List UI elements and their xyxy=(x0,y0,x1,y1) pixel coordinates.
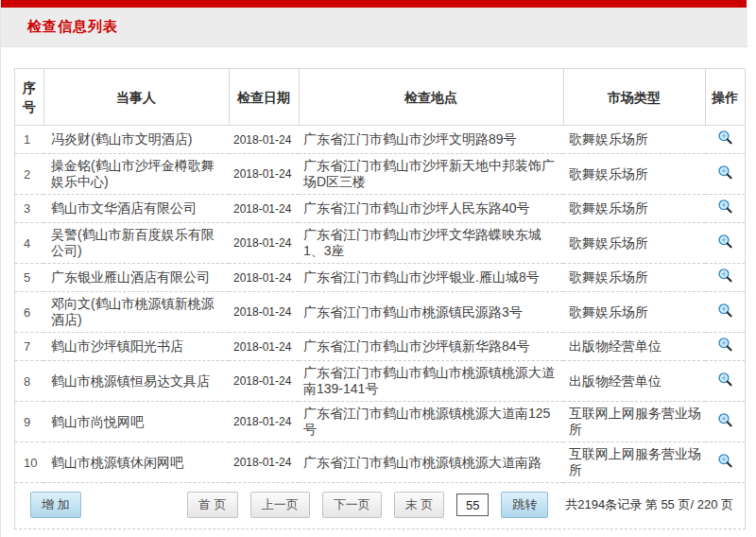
row-serial-number: 8 xyxy=(15,361,43,402)
title-bar: 检查信息列表 xyxy=(1,8,747,47)
row-party: 冯炎财(鹤山市文明酒店) xyxy=(43,126,229,154)
row-action-cell xyxy=(705,223,745,264)
row-inspect-date: 2018-01-24 xyxy=(229,333,299,361)
table-row: 10 鹤山市桃源镇休闲网吧 2018-01-24 广东省江门市鹤山市桃源镇桃源大… xyxy=(15,442,745,483)
row-action-cell xyxy=(705,442,745,483)
first-page-button[interactable]: 首 页 xyxy=(187,492,238,518)
top-red-bar xyxy=(1,0,747,8)
table-header: 序号 当事人 检查日期 检查地点 市场类型 操作 xyxy=(15,69,745,126)
row-action-cell xyxy=(705,402,745,442)
row-inspect-address: 广东省江门市鹤山市桃源镇桃源大道南125号 xyxy=(299,402,563,442)
row-market-type: 互联网上网服务营业场所 xyxy=(563,442,705,483)
row-inspect-date: 2018-01-24 xyxy=(229,126,299,154)
row-market-type: 互联网上网服务营业场所 xyxy=(563,402,705,442)
table-row: 9 鹤山市尚悦网吧 2018-01-24 广东省江门市鹤山市桃源镇桃源大道南12… xyxy=(15,402,745,442)
row-inspect-address: 广东省江门市鹤山市桃源镇民源路3号 xyxy=(299,292,563,333)
header-inspect-address: 检查地点 xyxy=(299,69,563,126)
table-row: 3 鹤山市文华酒店有限公司 2018-01-24 广东省江门市鹤山市沙坪人民东路… xyxy=(15,195,745,223)
add-button[interactable]: 增 加 xyxy=(30,492,81,518)
row-party: 操金铭(鹤山市沙坪金樽歌舞娱乐中心) xyxy=(43,154,229,195)
row-inspect-address: 广东省江门市鹤山市鹤山市桃源镇桃源大道南139-141号 xyxy=(299,361,563,402)
row-serial-number: 5 xyxy=(15,264,43,292)
row-party: 邓向文(鹤山市桃源镇新桃源酒店) xyxy=(43,292,229,333)
row-action-cell xyxy=(705,195,745,223)
page: 检查信息列表 序号 当事人 检查日期 检查地点 市场类型 操作 1 冯炎财(鹤山… xyxy=(0,0,748,537)
magnifier-view-icon[interactable] xyxy=(717,268,733,284)
row-inspect-address: 广东省江门市鹤山市沙坪文华路蝶映东城1、3座 xyxy=(299,223,563,264)
row-inspect-address: 广东省江门市鹤山市沙坪银业.雁山城8号 xyxy=(299,264,563,292)
row-market-type: 出版物经营单位 xyxy=(563,361,705,402)
row-inspect-date: 2018-01-24 xyxy=(229,402,299,442)
table-body: 1 冯炎财(鹤山市文明酒店) 2018-01-24 广东省江门市鹤山市沙坪文明路… xyxy=(15,126,745,483)
table-row: 1 冯炎财(鹤山市文明酒店) 2018-01-24 广东省江门市鹤山市沙坪文明路… xyxy=(15,126,745,154)
row-party: 广东银业雁山酒店有限公司 xyxy=(43,264,229,292)
row-inspect-date: 2018-01-24 xyxy=(229,154,299,195)
row-party: 鹤山市沙坪镇阳光书店 xyxy=(43,333,229,361)
row-inspect-address: 广东省江门市鹤山市沙坪新天地中邦装饰广场D区三楼 xyxy=(299,154,563,195)
jump-button[interactable]: 跳转 xyxy=(501,492,548,518)
row-action-cell xyxy=(705,333,745,361)
header-action: 操作 xyxy=(705,69,745,126)
header-party: 当事人 xyxy=(43,69,229,126)
row-market-type: 歌舞娱乐场所 xyxy=(563,223,705,264)
row-serial-number: 1 xyxy=(15,126,43,154)
table-row: 8 鹤山市桃源镇恒易达文具店 2018-01-24 广东省江门市鹤山市鹤山市桃源… xyxy=(15,361,745,402)
row-market-type: 出版物经营单位 xyxy=(563,333,705,361)
page-title: 检查信息列表 xyxy=(27,18,118,36)
table-row: 5 广东银业雁山酒店有限公司 2018-01-24 广东省江门市鹤山市沙坪银业.… xyxy=(15,264,745,292)
table-row: 2 操金铭(鹤山市沙坪金樽歌舞娱乐中心) 2018-01-24 广东省江门市鹤山… xyxy=(15,154,745,195)
row-action-cell xyxy=(705,361,745,402)
row-market-type: 歌舞娱乐场所 xyxy=(563,154,705,195)
row-inspect-address: 广东省江门市鹤山市沙坪人民东路40号 xyxy=(299,195,563,223)
row-action-cell xyxy=(705,264,745,292)
header-inspect-date: 检查日期 xyxy=(229,69,299,126)
row-inspect-date: 2018-01-24 xyxy=(229,442,299,483)
row-inspect-address: 广东省江门市鹤山市沙坪文明路89号 xyxy=(299,126,563,154)
row-market-type: 歌舞娱乐场所 xyxy=(563,195,705,223)
magnifier-view-icon[interactable] xyxy=(717,199,733,215)
row-inspect-date: 2018-01-24 xyxy=(229,195,299,223)
row-party: 鹤山市尚悦网吧 xyxy=(43,402,229,442)
row-market-type: 歌舞娱乐场所 xyxy=(563,126,705,154)
magnifier-view-icon[interactable] xyxy=(717,372,733,388)
pagination-bar: 增 加 首 页 上一页 下一页 末 页 跳转 共2194条记录 第 55 页/ … xyxy=(15,483,745,528)
table-row: 6 邓向文(鹤山市桃源镇新桃源酒店) 2018-01-24 广东省江门市鹤山市桃… xyxy=(15,292,745,333)
header-serial-number: 序号 xyxy=(15,69,43,126)
magnifier-view-icon[interactable] xyxy=(717,165,733,181)
magnifier-view-icon[interactable] xyxy=(717,303,733,319)
row-party: 鹤山市桃源镇休闲网吧 xyxy=(43,442,229,483)
header-market-type: 市场类型 xyxy=(563,69,705,126)
magnifier-view-icon[interactable] xyxy=(717,412,733,428)
table-row: 4 吴警(鹤山市新百度娱乐有限公司) 2018-01-24 广东省江门市鹤山市沙… xyxy=(15,223,745,264)
inspection-list-panel: 序号 当事人 检查日期 检查地点 市场类型 操作 1 冯炎财(鹤山市文明酒店) … xyxy=(14,68,746,529)
magnifier-view-icon[interactable] xyxy=(717,337,733,353)
prev-page-button[interactable]: 上一页 xyxy=(250,492,310,518)
row-serial-number: 9 xyxy=(15,402,43,442)
row-serial-number: 4 xyxy=(15,223,43,264)
row-party: 鹤山市桃源镇恒易达文具店 xyxy=(43,361,229,402)
row-serial-number: 6 xyxy=(15,292,43,333)
row-party: 吴警(鹤山市新百度娱乐有限公司) xyxy=(43,223,229,264)
row-serial-number: 7 xyxy=(15,333,43,361)
row-action-cell xyxy=(705,126,745,154)
row-serial-number: 2 xyxy=(15,154,43,195)
row-action-cell xyxy=(705,292,745,333)
table-row: 7 鹤山市沙坪镇阳光书店 2018-01-24 广东省江门市鹤山市沙坪镇新华路8… xyxy=(15,333,745,361)
magnifier-view-icon[interactable] xyxy=(717,130,733,146)
row-serial-number: 3 xyxy=(15,195,43,223)
next-page-button[interactable]: 下一页 xyxy=(322,492,382,518)
row-market-type: 歌舞娱乐场所 xyxy=(563,292,705,333)
magnifier-view-icon[interactable] xyxy=(717,453,733,469)
pager-controls: 首 页 上一页 下一页 末 页 跳转 xyxy=(187,492,548,518)
row-inspect-date: 2018-01-24 xyxy=(229,264,299,292)
row-inspect-date: 2018-01-24 xyxy=(229,361,299,402)
inspection-table: 序号 当事人 检查日期 检查地点 市场类型 操作 1 冯炎财(鹤山市文明酒店) … xyxy=(15,68,745,483)
row-party: 鹤山市文华酒店有限公司 xyxy=(43,195,229,223)
page-number-input[interactable] xyxy=(456,494,489,516)
last-page-button[interactable]: 末 页 xyxy=(394,492,445,518)
row-market-type: 歌舞娱乐场所 xyxy=(563,264,705,292)
row-serial-number: 10 xyxy=(15,442,43,483)
magnifier-view-icon[interactable] xyxy=(717,234,733,250)
record-summary: 共2194条记录 第 55 页/ 220 页 xyxy=(565,496,733,513)
row-inspect-date: 2018-01-24 xyxy=(229,223,299,264)
